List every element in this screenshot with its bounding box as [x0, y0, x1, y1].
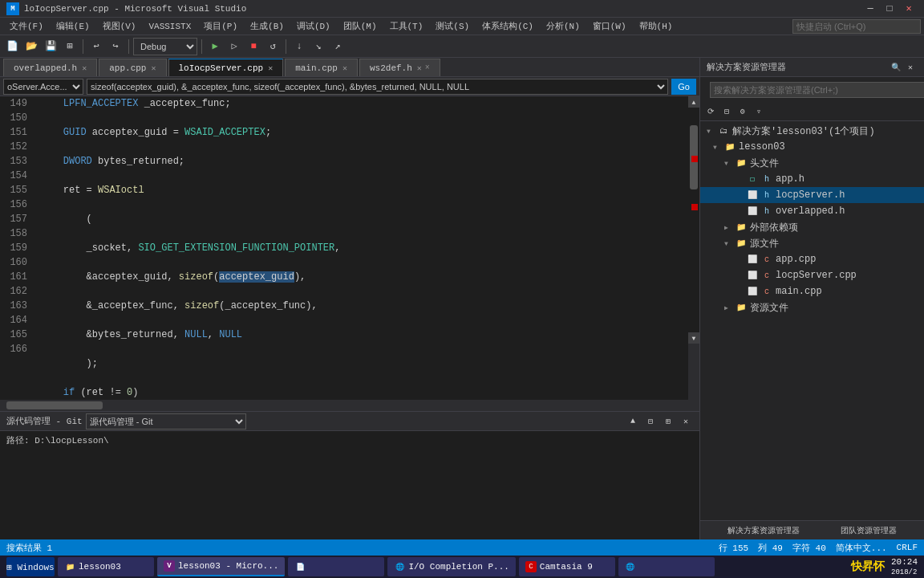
tree-app-h[interactable]: ◻ h app.h: [700, 171, 924, 187]
tab-close-ws2def[interactable]: ✕: [417, 63, 422, 73]
scroll-marker-1: [691, 156, 698, 162]
save-btn[interactable]: 💾: [42, 38, 59, 55]
tree-overlapped-h[interactable]: ⬜ h overlapped.h: [700, 203, 924, 219]
cpp-file-icon: ⬜: [747, 270, 758, 281]
menu-tools[interactable]: 工具(T): [383, 18, 430, 35]
vertical-scrollbar[interactable]: ▲ ▼: [688, 96, 699, 400]
open-btn[interactable]: 📂: [22, 38, 40, 55]
panel-float-btn[interactable]: ⊟: [643, 414, 658, 429]
taskbar-vs[interactable]: V lesson03 - Micro...: [157, 557, 285, 576]
tree-locpserver-cpp[interactable]: ⬜ c locpServer.cpp: [700, 267, 924, 283]
panel-dock-btn[interactable]: ⊞: [661, 414, 675, 429]
nav-go-button[interactable]: Go: [671, 79, 696, 95]
quick-launch-input[interactable]: [792, 19, 921, 34]
tree-resource-folder[interactable]: ▶ 📁 资源文件: [700, 299, 924, 315]
git-dropdown[interactable]: 源代码管理 - Git: [86, 413, 246, 429]
horizontal-scrollbar[interactable]: [0, 400, 699, 411]
tab-close-app[interactable]: ✕: [151, 63, 156, 73]
tree-project[interactable]: ▼ 📁 lesson03: [700, 139, 924, 155]
save-all-btn[interactable]: ⊞: [61, 38, 79, 55]
solution-close-btn[interactable]: ✕: [903, 60, 918, 75]
menu-test[interactable]: 测试(S): [429, 18, 476, 35]
restart-btn[interactable]: ↺: [264, 38, 282, 55]
close-button[interactable]: ✕: [900, 0, 918, 18]
tab-close-main[interactable]: ✕: [342, 63, 347, 73]
taskbar-file[interactable]: 📄: [288, 557, 384, 576]
menu-project[interactable]: 项目(P): [197, 18, 244, 35]
menu-arch[interactable]: 体系结构(C): [476, 18, 540, 35]
tab-close-overlapped[interactable]: ✕: [82, 63, 87, 73]
line-num: 162: [0, 284, 27, 299]
tree-source-folder[interactable]: ▼ 📁 源文件: [700, 235, 924, 251]
sol-sync-btn[interactable]: ⟳: [703, 104, 718, 119]
code-editor[interactable]: LPFN_ACCEPTEX _acceptex_func; GUID accep…: [34, 96, 688, 400]
tree-locpserver-h[interactable]: ⬜ h locpServer.h: [700, 187, 924, 203]
config-dropdown[interactable]: Debug Release: [133, 38, 197, 55]
sol-filter-btn[interactable]: ▿: [752, 104, 766, 119]
browser2-taskbar-icon: 🌐: [625, 561, 636, 572]
team-explorer-tab[interactable]: 团队资源管理器: [837, 523, 901, 538]
taskbar-browser2[interactable]: 🌐: [618, 557, 715, 576]
h-scroll-thumb[interactable]: [6, 401, 103, 409]
right-panel-header: 解决方案资源管理器 🔍 ✕: [700, 58, 924, 77]
menu-debug[interactable]: 调试(D): [290, 18, 337, 35]
taskbar-camtasia[interactable]: C Camtasia 9: [519, 557, 615, 576]
nav-path-dropdown[interactable]: sizeof(acceptex_guid), &_acceptex_func, …: [87, 79, 668, 95]
taskbar-lesson03-folder[interactable]: 📁 lesson03: [58, 557, 154, 576]
maximize-button[interactable]: □: [881, 0, 898, 18]
tab-ws2def[interactable]: ws2def.h ✕ ×: [359, 59, 440, 76]
scroll-down[interactable]: ▼: [688, 332, 699, 344]
solution-explorer-tab[interactable]: 解决方案资源管理器: [723, 523, 804, 538]
start-nodbg-btn[interactable]: ▷: [225, 38, 243, 55]
solution-search-input[interactable]: [710, 82, 924, 98]
menu-file[interactable]: 文件(F): [3, 18, 50, 35]
menu-analyze[interactable]: 分析(N): [540, 18, 586, 35]
tree-main-cpp[interactable]: ⬜ c main.cpp: [700, 283, 924, 299]
menu-edit[interactable]: 编辑(E): [50, 18, 96, 35]
line-num: 165: [0, 328, 27, 342]
taskbar-io-completion[interactable]: 🌐 I/O Completion P...: [387, 557, 515, 576]
scroll-up[interactable]: ▲: [688, 96, 699, 108]
tab-locpserver-cpp[interactable]: loIocpServer.cpp ✕: [168, 59, 284, 76]
tab-pin[interactable]: ×: [425, 63, 430, 72]
menu-team[interactable]: 团队(M): [337, 18, 383, 35]
tab-overlapped[interactable]: overlapped.h ✕: [3, 59, 97, 76]
tree-headers-folder[interactable]: ▼ 📁 头文件: [700, 155, 924, 171]
cpp-file-icon3: c: [761, 270, 772, 281]
sol-collapse-btn[interactable]: ⊟: [719, 104, 734, 119]
code-container[interactable]: 149 150 151 152 153 154 155 156 157 158 …: [0, 96, 688, 400]
tab-main-cpp[interactable]: main.cpp ✕: [285, 59, 358, 76]
menu-build[interactable]: 生成(B): [244, 18, 290, 35]
panel-close-btn[interactable]: ✕: [679, 414, 693, 429]
tree-arrow: ▶: [724, 304, 734, 311]
tree-app-cpp[interactable]: ⬜ c app.cpp: [700, 251, 924, 267]
stop-btn[interactable]: ■: [245, 38, 262, 55]
tree-external-folder[interactable]: ▶ 📁 外部依赖项: [700, 219, 924, 235]
step-over-btn[interactable]: ↓: [290, 38, 308, 55]
sol-prop-btn[interactable]: ⚙: [736, 104, 750, 119]
tab-close-locpserver[interactable]: ✕: [268, 63, 273, 73]
start-button[interactable]: ⊞ Windows: [6, 557, 55, 576]
panel-up-btn[interactable]: ▲: [626, 414, 640, 429]
menu-view[interactable]: 视图(V): [96, 18, 143, 35]
file-tree: ▼ 🗂 解决方案'lesson03'(1个项目) ▼ 📁 lesson03 ▼ …: [700, 121, 924, 520]
step-out-btn[interactable]: ↗: [329, 38, 346, 55]
minimize-button[interactable]: ─: [861, 0, 879, 18]
sep4: [286, 39, 286, 54]
tab-app-cpp[interactable]: app.cpp ✕: [99, 59, 166, 76]
new-file-btn[interactable]: 📄: [3, 38, 21, 55]
step-into-btn[interactable]: ↘: [310, 38, 327, 55]
scope-dropdown[interactable]: oServer.Acce...: [3, 79, 83, 95]
tree-solution[interactable]: ▼ 🗂 解决方案'lesson03'(1个项目): [700, 123, 924, 139]
menu-window[interactable]: 窗口(W): [586, 18, 633, 35]
solution-search-btn[interactable]: 🔍: [889, 60, 903, 75]
line-num: 153: [0, 154, 27, 169]
undo-btn[interactable]: ↩: [87, 38, 105, 55]
line-num: 151: [0, 125, 27, 140]
line-num: 164: [0, 313, 27, 328]
start-debug-btn[interactable]: ▶: [206, 38, 224, 55]
menu-vassistx[interactable]: VASSISTX: [142, 18, 197, 35]
vs-taskbar-icon: V: [164, 560, 175, 572]
menu-help[interactable]: 帮助(H): [633, 18, 679, 35]
redo-btn[interactable]: ↪: [107, 38, 124, 55]
